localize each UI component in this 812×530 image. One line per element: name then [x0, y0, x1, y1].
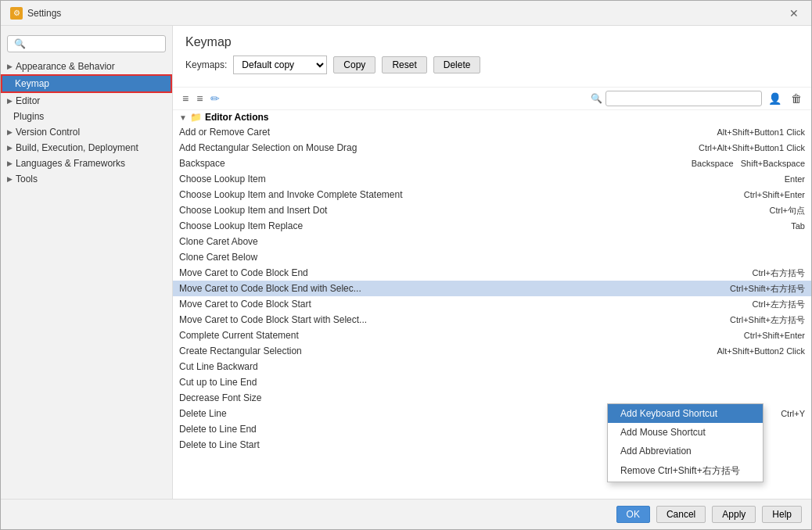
- expand-all-button[interactable]: ≡: [179, 91, 192, 106]
- expand-arrow-icon: ▶: [7, 144, 13, 152]
- search-bar: [1, 32, 172, 59]
- tree-item-backspace[interactable]: Backspace Backspace Shift+Backspace: [173, 156, 811, 171]
- sidebar-item-build[interactable]: ▶ Build, Execution, Deployment: [1, 140, 172, 156]
- tree-item-clone-below[interactable]: Clone Caret Below: [173, 249, 811, 265]
- sidebar-item-label: Appearance & Behavior: [16, 61, 115, 72]
- sidebar-item-label: Languages & Frameworks: [16, 158, 125, 169]
- sidebar-item-label: Build, Execution, Deployment: [16, 142, 138, 153]
- search-icon: 🔍: [591, 93, 602, 104]
- tree-item-move-block-end[interactable]: Move Caret to Code Block End Ctrl+右方括号: [173, 265, 811, 281]
- tree-item-move-block-end-select[interactable]: Move Caret to Code Block End with Selec.…: [173, 281, 811, 296]
- keymap-row: Keymaps: Default copy Copy Reset Delete: [185, 56, 799, 74]
- cancel-button[interactable]: Cancel: [656, 506, 706, 523]
- panel-header: Keymap Keymaps: Default copy Copy Reset …: [173, 26, 811, 88]
- tree-item-choose-lookup-dot[interactable]: Choose Lookup Item and Insert Dot Ctrl+句…: [173, 202, 811, 218]
- tree-item-choose-lookup[interactable]: Choose Lookup Item Enter: [173, 171, 811, 187]
- tree-item-clone-above[interactable]: Clone Caret Above: [173, 234, 811, 249]
- reset-button[interactable]: Reset: [382, 56, 426, 73]
- tree-item-create-rectangular[interactable]: Create Rectangular Selection Alt+Shift+B…: [173, 343, 811, 359]
- sidebar: ▶ Appearance & Behavior Keymap ▶ Editor …: [1, 26, 173, 499]
- sidebar-item-version-control[interactable]: ▶ Version Control: [1, 124, 172, 140]
- tree-item-choose-lookup-replace[interactable]: Choose Lookup Item Replace Tab: [173, 218, 811, 234]
- bottom-bar: OK Cancel Apply Help: [1, 499, 811, 529]
- tree-search-input[interactable]: [605, 91, 762, 106]
- group-label: Editor Actions: [205, 112, 269, 123]
- title-bar: ⚙ Settings ✕: [1, 1, 811, 26]
- keymap-select[interactable]: Default copy: [233, 56, 327, 74]
- settings-window: ⚙ Settings ✕ ▶ Appearance & Behavior Key…: [0, 0, 812, 530]
- sidebar-item-label: Tools: [16, 174, 38, 184]
- delete-button[interactable]: Delete: [433, 56, 481, 73]
- folder-icon: 📁: [190, 112, 202, 123]
- expand-arrow-icon: ▶: [7, 128, 13, 136]
- context-menu-item-add-keyboard[interactable]: Add Keyboard Shortcut: [608, 404, 763, 423]
- sidebar-item-keymap[interactable]: Keymap: [1, 74, 172, 93]
- expand-arrow-icon: ▶: [7, 175, 13, 183]
- main-content: ▶ Appearance & Behavior Keymap ▶ Editor …: [1, 26, 811, 499]
- tree-search: 🔍 👤 🗑: [591, 91, 805, 106]
- tree-item-cut-line-end[interactable]: Cut up to Line End: [173, 374, 811, 390]
- keymap-select-wrapper: Default copy: [233, 56, 327, 74]
- tree-item-add-remove-caret[interactable]: Add or Remove Caret Alt+Shift+Button1 Cl…: [173, 124, 811, 140]
- window-title: Settings: [27, 8, 61, 19]
- sidebar-item-label: Editor: [16, 95, 40, 106]
- sidebar-item-label: Plugins: [13, 111, 44, 122]
- tree-container[interactable]: ▼ 📁 Editor Actions Add or Remove Caret A…: [173, 110, 811, 499]
- title-bar-left: ⚙ Settings: [10, 7, 61, 20]
- copy-button[interactable]: Copy: [333, 56, 375, 73]
- context-menu-item-add-abbrev[interactable]: Add Abbreviation: [608, 442, 763, 460]
- tree-group-editor-actions[interactable]: ▼ 📁 Editor Actions: [173, 110, 811, 124]
- app-icon: ⚙: [10, 7, 23, 20]
- expand-arrow-icon: ▶: [7, 97, 13, 105]
- panel-title: Keymap: [185, 35, 799, 49]
- group-expand-icon: ▼: [179, 113, 187, 122]
- help-button[interactable]: Help: [762, 506, 802, 523]
- trash-icon-button[interactable]: 🗑: [788, 91, 805, 106]
- sidebar-item-plugins[interactable]: Plugins: [1, 109, 172, 124]
- sidebar-item-label: Keymap: [15, 78, 49, 89]
- tree-item-complete-statement[interactable]: Complete Current Statement Ctrl+Shift+En…: [173, 328, 811, 343]
- apply-button[interactable]: Apply: [712, 506, 756, 523]
- tree-item-move-block-start-select[interactable]: Move Caret to Code Block Start with Sele…: [173, 312, 811, 328]
- tree-item-add-rectangular[interactable]: Add Rectangular Selection on Mouse Drag …: [173, 140, 811, 156]
- user-icon-button[interactable]: 👤: [765, 91, 785, 106]
- search-input[interactable]: [7, 35, 166, 52]
- sidebar-item-editor[interactable]: ▶ Editor: [1, 93, 172, 109]
- sidebar-item-languages[interactable]: ▶ Languages & Frameworks: [1, 156, 172, 171]
- sidebar-item-label: Version Control: [16, 127, 80, 138]
- ok-button[interactable]: OK: [616, 506, 650, 523]
- expand-arrow-icon: ▶: [7, 63, 13, 70]
- sidebar-item-tools[interactable]: ▶ Tools: [1, 171, 172, 187]
- close-button[interactable]: ✕: [786, 5, 802, 21]
- sidebar-item-appearance[interactable]: ▶ Appearance & Behavior: [1, 59, 172, 74]
- context-menu-item-remove[interactable]: Remove Ctrl+Shift+右方括号: [608, 460, 763, 482]
- tree-item-cut-backward[interactable]: Cut Line Backward: [173, 359, 811, 374]
- right-panel: Keymap Keymaps: Default copy Copy Reset …: [173, 26, 811, 499]
- tree-item-move-block-start[interactable]: Move Caret to Code Block Start Ctrl+左方括号: [173, 296, 811, 312]
- expand-arrow-icon: ▶: [7, 159, 13, 167]
- collapse-all-button[interactable]: ≡: [193, 91, 206, 106]
- context-menu: Add Keyboard Shortcut Add Mouse Shortcut…: [607, 403, 763, 482]
- context-menu-item-add-mouse[interactable]: Add Mouse Shortcut: [608, 423, 763, 442]
- tree-item-choose-lookup-invoke[interactable]: Choose Lookup Item and Invoke Complete S…: [173, 187, 811, 202]
- keymaps-label: Keymaps:: [185, 59, 227, 70]
- tree-toolbar: ≡ ≡ ✏ 🔍 👤 🗑: [173, 88, 811, 110]
- edit-shortcut-button[interactable]: ✏: [207, 91, 223, 106]
